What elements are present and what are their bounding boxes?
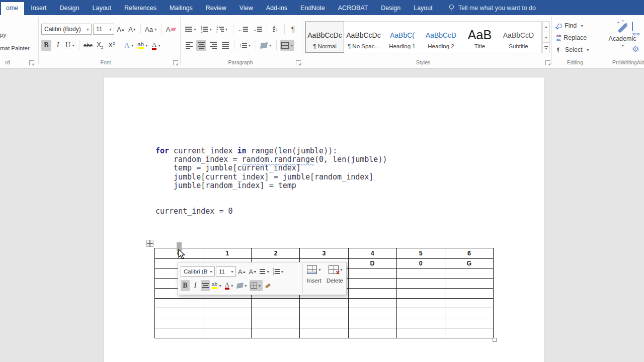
document-page[interactable]: for current_index in range(len(jumble)):… bbox=[103, 77, 544, 362]
decrease-indent-button[interactable]: ← bbox=[237, 24, 249, 35]
mini-bold-button[interactable]: B bbox=[181, 280, 190, 291]
ribbon-tab-references[interactable]: References bbox=[118, 2, 163, 15]
mini-borders-button[interactable]: ▼ bbox=[250, 280, 263, 291]
ribbon-tab-endnote[interactable]: EndNote bbox=[294, 2, 332, 15]
tell-me-box[interactable]: Tell me what you want to do bbox=[448, 4, 536, 15]
format-painter-button[interactable]: mat Painter bbox=[0, 45, 30, 51]
table-cell[interactable] bbox=[445, 308, 493, 318]
mini-highlight-button[interactable]: ab▼ bbox=[211, 280, 223, 291]
mini-font-color-button[interactable]: A▼ bbox=[224, 280, 235, 291]
line-spacing-button[interactable]: ↕▼ bbox=[238, 40, 252, 51]
mini-insert-table-button[interactable]: ▼ bbox=[307, 265, 321, 274]
table-cell[interactable] bbox=[252, 328, 300, 338]
gallery-scroll-down-button[interactable]: ▼ bbox=[542, 32, 550, 43]
table-move-handle[interactable] bbox=[146, 240, 153, 247]
table-cell[interactable] bbox=[203, 308, 252, 318]
table-cell[interactable]: 0 bbox=[396, 259, 445, 269]
table-cell[interactable]: 1 bbox=[203, 248, 252, 259]
table-cell[interactable] bbox=[155, 328, 203, 338]
align-left-button[interactable] bbox=[184, 40, 194, 51]
table-cell[interactable] bbox=[252, 298, 300, 308]
table-cell[interactable] bbox=[445, 328, 493, 338]
table-cell[interactable] bbox=[348, 298, 396, 308]
table-resize-handle[interactable] bbox=[493, 338, 497, 342]
mini-align-center-button[interactable] bbox=[201, 280, 210, 291]
table-cell[interactable]: 2 bbox=[252, 248, 300, 259]
table-cell[interactable] bbox=[203, 298, 252, 308]
paragraph-dialog-launcher-icon[interactable] bbox=[296, 60, 301, 65]
style-subtitle[interactable]: AaBbCcDSubtitle bbox=[499, 22, 538, 53]
copy-button[interactable]: py bbox=[0, 32, 6, 38]
table-cell[interactable] bbox=[203, 318, 252, 328]
bullets-button[interactable]: ▼ bbox=[184, 24, 198, 35]
table-cell[interactable]: 4 bbox=[348, 248, 396, 259]
style-heading-1[interactable]: AaBbC(Heading 1 bbox=[383, 22, 422, 53]
grow-font-button[interactable]: A▲ bbox=[116, 24, 126, 35]
ribbon-tab-mailings[interactable]: Mailings bbox=[163, 2, 199, 15]
ribbon-tab-layout[interactable]: Layout bbox=[86, 2, 118, 15]
clear-formatting-button[interactable]: A bbox=[165, 24, 177, 35]
table-cell[interactable] bbox=[396, 279, 445, 289]
table-cell[interactable]: 6 bbox=[445, 248, 493, 259]
table-cell[interactable]: D bbox=[348, 259, 396, 269]
table-cell[interactable] bbox=[300, 308, 348, 318]
mini-shrink-font-button[interactable]: A▼ bbox=[248, 266, 258, 277]
table-cell[interactable]: G bbox=[445, 259, 493, 269]
font-dialog-launcher-icon[interactable] bbox=[173, 60, 178, 65]
table-cell[interactable] bbox=[348, 268, 396, 279]
ribbon-tab-design[interactable]: Design bbox=[374, 2, 407, 15]
table-cell[interactable] bbox=[348, 318, 396, 328]
table-cell[interactable] bbox=[300, 298, 348, 308]
show-hide-marks-button[interactable]: ¶ bbox=[288, 24, 298, 35]
sort-button[interactable]: AZ↓ bbox=[271, 24, 281, 35]
underline-button[interactable]: U▼ bbox=[64, 40, 76, 51]
table-cell[interactable] bbox=[396, 289, 445, 299]
subscript-button[interactable]: X2 bbox=[95, 40, 105, 51]
table-cell[interactable]: 5 bbox=[396, 248, 445, 259]
clipboard-dialog-launcher-icon[interactable] bbox=[29, 60, 34, 65]
table-cell[interactable] bbox=[348, 328, 396, 338]
mini-grow-font-button[interactable]: A▲ bbox=[237, 266, 247, 277]
ribbon-tab-design[interactable]: Design bbox=[53, 2, 86, 15]
pwa-quotes-button[interactable]: ”” bbox=[632, 32, 640, 41]
pwa-eraser-button[interactable] bbox=[632, 22, 633, 31]
table-cell[interactable] bbox=[396, 328, 445, 338]
text-effects-button[interactable]: A▼ bbox=[123, 40, 135, 51]
text-highlight-button[interactable]: ab▼ bbox=[137, 40, 149, 51]
table-cell[interactable] bbox=[300, 318, 348, 328]
ribbon-tab-view[interactable]: View bbox=[233, 2, 260, 15]
mini-italic-button[interactable]: I bbox=[191, 280, 200, 291]
select-button[interactable]: Select▼ bbox=[557, 46, 590, 53]
style-heading-2[interactable]: AaBbCcDHeading 2 bbox=[422, 22, 460, 53]
bold-button[interactable]: B bbox=[41, 40, 51, 51]
align-center-button[interactable] bbox=[196, 40, 206, 51]
increase-indent-button[interactable]: → bbox=[251, 24, 263, 35]
font-name-combo[interactable]: Calibri (Body)▼ bbox=[41, 24, 92, 35]
style-title[interactable]: AaBTitle bbox=[460, 22, 499, 53]
table-cell[interactable] bbox=[348, 289, 396, 299]
table-cell[interactable] bbox=[155, 308, 203, 318]
mini-font-name-combo[interactable]: Calibri (B▼ bbox=[181, 266, 215, 277]
mini-font-size-combo[interactable]: 11▼ bbox=[216, 266, 236, 277]
gallery-more-button[interactable]: ▼ bbox=[542, 43, 550, 53]
table-cell[interactable] bbox=[396, 308, 445, 318]
style--normal[interactable]: AaBbCcDc¶ Normal bbox=[305, 22, 344, 53]
align-right-button[interactable] bbox=[208, 40, 218, 51]
ribbon-tab-insert[interactable]: Insert bbox=[24, 2, 53, 15]
shrink-font-button[interactable]: A▼ bbox=[127, 24, 137, 35]
table-cell[interactable] bbox=[348, 279, 396, 289]
mini-format-painter-button[interactable] bbox=[264, 280, 273, 291]
find-button[interactable]: Find▼ bbox=[557, 22, 584, 29]
table-cell[interactable] bbox=[445, 279, 493, 289]
gallery-scroll-up-button[interactable]: ▲ bbox=[542, 21, 550, 32]
mini-bullets-button[interactable]: ▼ bbox=[259, 266, 271, 277]
table-cell[interactable] bbox=[155, 318, 203, 328]
table-cell[interactable] bbox=[155, 298, 203, 308]
table-cell[interactable] bbox=[445, 298, 493, 308]
replace-button[interactable]: abacReplace bbox=[556, 34, 587, 41]
table-cell[interactable] bbox=[348, 308, 396, 318]
justify-button[interactable] bbox=[220, 40, 230, 51]
table-cell[interactable] bbox=[396, 318, 445, 328]
multilevel-list-button[interactable]: 1ai▼ bbox=[215, 24, 229, 35]
table-cell[interactable] bbox=[396, 268, 445, 279]
